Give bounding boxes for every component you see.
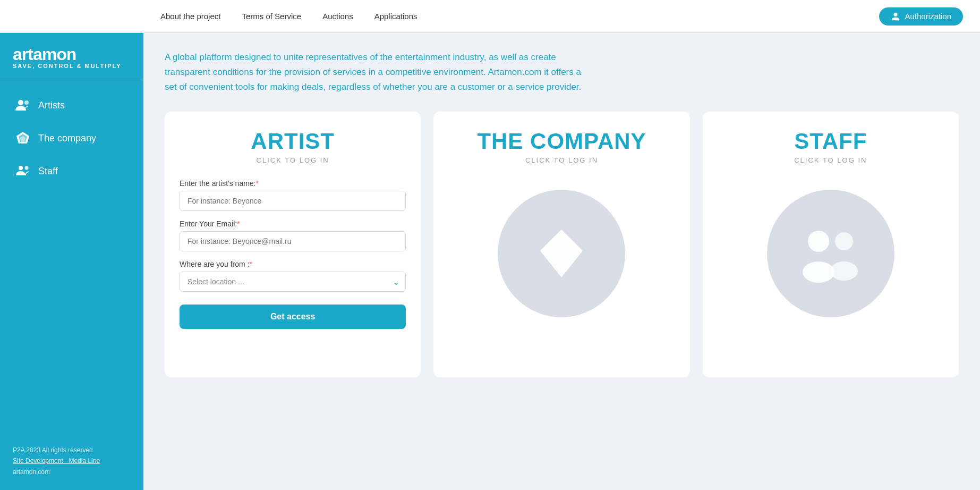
footer-url: artamon.com [13, 468, 50, 476]
logo-sub: SAVE, CONTROL & MULTIPLY [13, 63, 131, 69]
company-icon [15, 130, 31, 146]
staff-card[interactable]: STAFF CLICK TO LOG IN [703, 112, 959, 377]
company-card-subtitle: CLICK TO LOG IN [525, 156, 598, 164]
nav-about[interactable]: About the project [160, 12, 220, 21]
company-card-title: THE COMPANY [477, 129, 646, 154]
artist-email-label: Enter Your Email:* [180, 219, 406, 228]
sidebar-staff-label: Staff [38, 166, 58, 177]
main-nav: About the project Terms of Service Aucti… [160, 7, 963, 26]
nav-terms[interactable]: Terms of Service [242, 12, 301, 21]
footer-copyright: P2A 2023 All rights reserved [13, 445, 131, 455]
svg-point-5 [19, 166, 23, 170]
sidebar-footer: P2A 2023 All rights reserved Site Develo… [0, 432, 143, 490]
cards-row: ARTIST CLICK TO LOG IN Enter the artist'… [165, 112, 959, 377]
get-access-button[interactable]: Get access [180, 305, 406, 329]
main-content: A global platform designed to unite repr… [143, 33, 980, 490]
staff-card-title: STAFF [794, 129, 867, 154]
svg-point-10 [808, 231, 829, 252]
intro-text: A global platform designed to unite repr… [165, 50, 590, 95]
svg-point-12 [835, 232, 853, 250]
svg-point-6 [25, 166, 29, 170]
sidebar-artists-label: Artists [38, 100, 65, 111]
svg-point-11 [803, 261, 834, 283]
sidebar-company-label: The company [38, 133, 96, 144]
artist-email-input[interactable] [180, 231, 406, 251]
company-icon-circle [498, 190, 625, 317]
artist-name-label: Enter the artist's name:* [180, 179, 406, 188]
sidebar-divider [0, 80, 143, 80]
artist-location-group: Where are you from :* Select location ..… [180, 260, 406, 292]
footer-link[interactable]: Site Development - Media Line [13, 457, 100, 464]
location-select-wrapper: Select location ... USA UK Russia German… [180, 272, 406, 292]
artist-card[interactable]: ARTIST CLICK TO LOG IN Enter the artist'… [165, 112, 421, 377]
artist-card-title: ARTIST [251, 129, 335, 154]
sidebar: artamon SAVE, CONTROL & MULTIPLY Artists [0, 33, 143, 490]
company-diamond-icon [532, 224, 591, 283]
svg-marker-9 [540, 230, 583, 251]
artist-name-input[interactable] [180, 191, 406, 211]
nav-auctions[interactable]: Auctions [322, 12, 353, 21]
staff-icon-circle [767, 190, 894, 317]
header: About the project Terms of Service Aucti… [0, 0, 980, 33]
location-select[interactable]: Select location ... USA UK Russia German… [180, 272, 406, 292]
svg-point-1 [24, 100, 29, 105]
staff-card-subtitle: CLICK TO LOG IN [794, 156, 867, 164]
nav-applications[interactable]: Applications [374, 12, 417, 21]
sidebar-item-artists[interactable]: Artists [0, 89, 143, 122]
artist-email-group: Enter Your Email:* [180, 219, 406, 251]
staff-icon-sidebar [15, 163, 31, 179]
artist-card-subtitle: CLICK TO LOG IN [257, 156, 329, 164]
sidebar-item-company[interactable]: The company [0, 122, 143, 155]
staff-people-icon [796, 224, 865, 283]
svg-point-13 [830, 261, 858, 281]
sidebar-logo: artamon SAVE, CONTROL & MULTIPLY [0, 46, 143, 80]
layout: artamon SAVE, CONTROL & MULTIPLY Artists [0, 33, 980, 490]
user-icon [891, 12, 900, 21]
artist-location-label: Where are you from :* [180, 260, 406, 268]
artists-icon [15, 97, 31, 113]
sidebar-item-staff[interactable]: Staff [0, 155, 143, 188]
logo-text: artamon [13, 46, 131, 63]
auth-button[interactable]: Authorization [879, 7, 963, 26]
auth-button-label: Authorization [905, 12, 951, 21]
svg-point-0 [18, 100, 23, 105]
artist-name-group: Enter the artist's name:* [180, 179, 406, 211]
company-card[interactable]: THE COMPANY CLICK TO LOG IN [433, 112, 689, 377]
